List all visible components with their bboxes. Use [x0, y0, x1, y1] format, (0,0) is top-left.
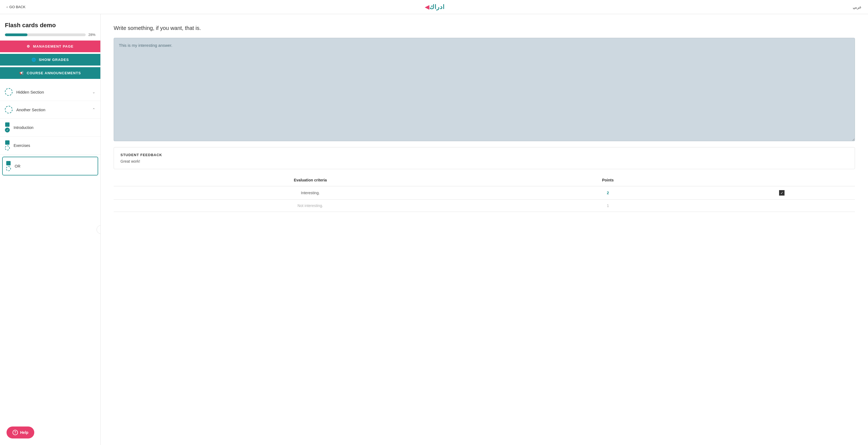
back-arrow-icon: ‹ — [6, 5, 8, 9]
back-button[interactable]: ‹ GO BACK — [6, 5, 26, 9]
eval-criteria-2: Not interesting. — [114, 200, 507, 212]
section-hidden-label: Hidden Section — [16, 90, 44, 94]
show-grades-button[interactable]: 🌐 SHOW GRADES — [0, 54, 100, 65]
section-circle-icon — [5, 88, 12, 96]
chevron-down-icon: ⌄ — [92, 90, 95, 94]
progress-track — [5, 33, 86, 36]
eval-col-criteria: Evaluation criteria — [114, 174, 507, 186]
course-announcements-button[interactable]: 📢 COURSE ANNOUNCEMENTS — [0, 67, 100, 79]
course-item-introduction[interactable]: ✓ Introduction — [0, 119, 100, 137]
eval-checkbox-1[interactable]: ✓ — [709, 186, 855, 200]
feedback-title: STUDENT FEEDBACK — [121, 153, 848, 157]
eval-criteria-1: Interesting. — [114, 186, 507, 200]
eval-checkbox-2[interactable] — [709, 200, 855, 212]
course-title: Flash cards demo — [0, 14, 100, 33]
eval-points-2: 1 — [507, 200, 709, 212]
help-label: Help — [20, 430, 28, 435]
item-icon-square — [6, 161, 10, 166]
section-circle-icon — [5, 106, 12, 113]
table-row: Not interesting. 1 — [114, 200, 855, 212]
help-icon: ? — [12, 430, 18, 435]
table-row: Interesting. 2 ✓ — [114, 186, 855, 200]
grades-label: SHOW GRADES — [39, 58, 69, 62]
check-complete-icon: ✓ — [5, 127, 10, 132]
item-icon-square — [5, 122, 9, 127]
course-item-exercises[interactable]: Exercises — [0, 137, 100, 154]
grades-icon: 🌐 — [32, 58, 36, 62]
check-outline-icon — [6, 166, 11, 171]
course-item-or[interactable]: OR — [2, 157, 98, 175]
announcements-label: COURSE ANNOUNCEMENTS — [27, 71, 81, 75]
language-toggle[interactable]: عربي — [853, 5, 862, 9]
section-another-label: Another Section — [16, 108, 45, 112]
logo: ◀ ادراك — [424, 3, 444, 10]
back-label: GO BACK — [9, 5, 25, 9]
progress-bar: 28% — [0, 33, 100, 40]
course-item-introduction-label: Introduction — [13, 125, 33, 130]
eval-points-1: 2 — [507, 186, 709, 200]
course-item-or-label: OR — [15, 164, 21, 168]
main-prompt: Write something, if you want, that is. — [114, 25, 855, 31]
management-page-button[interactable]: ⚙ MANAGEMENT PAGE — [0, 40, 100, 52]
progress-fill — [5, 33, 28, 36]
eval-col-points: Points — [507, 174, 709, 186]
checkbox-checked-icon: ✓ — [779, 190, 784, 196]
management-icon: ⚙ — [27, 44, 30, 49]
course-item-exercises-label: Exercises — [13, 143, 30, 148]
eval-col-checkbox — [709, 174, 855, 186]
main-content: Write something, if you want, that is. S… — [101, 14, 868, 445]
help-button[interactable]: ? Help — [6, 426, 34, 439]
progress-percent: 28% — [88, 33, 95, 37]
feedback-text: Great work! — [121, 159, 848, 164]
logo-text: ادراك — [429, 3, 444, 10]
announcements-icon: 📢 — [19, 71, 24, 75]
header: ‹ GO BACK ◀ ادراك عربي — [0, 0, 868, 14]
main-layout: Flash cards demo 28% ⚙ MANAGEMENT PAGE 🌐… — [0, 14, 868, 445]
section-hidden[interactable]: Hidden Section ⌄ — [0, 83, 100, 101]
sidebar: Flash cards demo 28% ⚙ MANAGEMENT PAGE 🌐… — [0, 14, 101, 445]
management-label: MANAGEMENT PAGE — [33, 44, 73, 49]
answer-textarea[interactable] — [114, 38, 855, 141]
sidebar-collapse-button[interactable]: ‹ — [96, 225, 101, 234]
item-icon-square — [5, 140, 9, 145]
feedback-box: STUDENT FEEDBACK Great work! — [114, 147, 855, 169]
evaluation-table: Evaluation criteria Points Interesting. … — [114, 174, 855, 212]
chevron-up-icon: ⌃ — [92, 108, 95, 112]
section-another[interactable]: Another Section ⌃ — [0, 101, 100, 119]
logo-arrow-icon: ◀ — [425, 3, 429, 10]
check-outline-icon — [5, 146, 10, 150]
